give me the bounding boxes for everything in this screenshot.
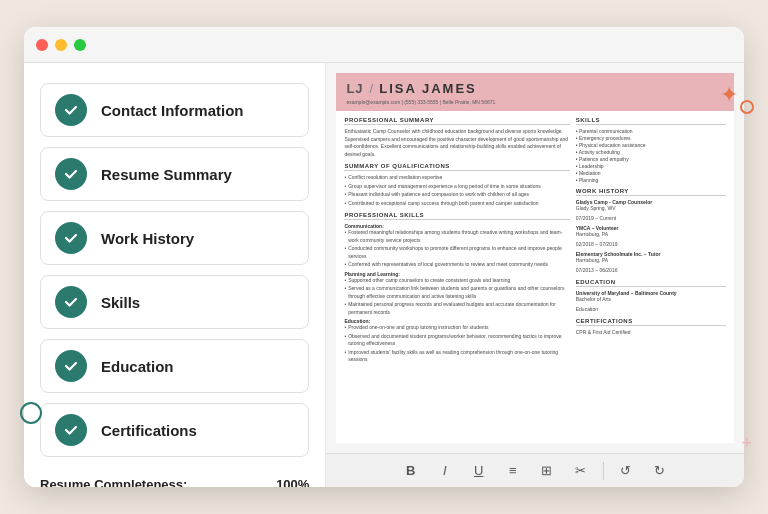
- resume-section-certifications: CERTIFICATIONS: [576, 318, 726, 326]
- resume-edu-degree: Bachelor of Arts: [576, 296, 726, 304]
- toolbar-separator: [603, 462, 604, 480]
- checklist-label-contact: Contact Information: [101, 102, 244, 119]
- deco-circle-orange: [740, 100, 754, 114]
- checklist-label-summary: Resume Summary: [101, 166, 232, 183]
- completeness-section: Resume Completeness: 100%: [40, 477, 309, 487]
- checklist-label-skills: Skills: [101, 294, 140, 311]
- resume-doc: LJ / LISA JAMES example@example.com | (5…: [336, 73, 734, 443]
- resume-contact: example@example.com | (555) 333-5555 | B…: [346, 99, 724, 105]
- resume-job-2-dates: 02/2018 – 07/2019: [576, 241, 726, 249]
- resume-qual-2: Group supervisor and management experien…: [344, 183, 569, 191]
- resume-qual-3: Pleasant individual with patience and co…: [344, 191, 569, 199]
- toolbar-redo[interactable]: ↻: [648, 459, 672, 483]
- completeness-pct: 100%: [276, 477, 309, 487]
- resume-qual-4: Contributed to exceptional camp success …: [344, 200, 569, 208]
- resume-toolbar: B I U ≡ ⊞ ✂ ↺ ↻: [326, 453, 744, 487]
- skill-8: Planning: [576, 177, 726, 183]
- skill-7: Mediation: [576, 170, 726, 176]
- resume-initials: LJ: [346, 81, 363, 96]
- resume-section-skills: SKILLS: [576, 117, 726, 125]
- checklist-label-certifications: Certifications: [101, 422, 197, 439]
- checklist-item-workhistory[interactable]: Work History: [40, 211, 309, 265]
- resume-preview: LJ / LISA JAMES example@example.com | (5…: [326, 63, 744, 453]
- deco-star: ✦: [720, 82, 738, 108]
- resume-header: LJ / LISA JAMES example@example.com | (5…: [336, 73, 734, 111]
- resume-prof-summary-text: Enthusiastic Camp Counselor with childho…: [344, 128, 569, 158]
- resume-skill-plan-3: Maintained personal progress records and…: [344, 301, 569, 316]
- checklist-item-certifications[interactable]: Certifications: [40, 403, 309, 457]
- checklist-label-education: Education: [101, 358, 174, 375]
- resume-section-workhistory: WORK HISTORY: [576, 188, 726, 196]
- resume-job-1-dates: 07/2019 – Current: [576, 215, 726, 223]
- resume-skill-comm-1: Fostered meaningful relationships among …: [344, 229, 569, 244]
- resume-skill-comm-3: Conferred with representatives of local …: [344, 261, 569, 269]
- toolbar-undo[interactable]: ↺: [614, 459, 638, 483]
- resume-qual-1: Conflict resolution and mediation expert…: [344, 174, 569, 182]
- resume-skill-comm-2: Conducted community workshops to promote…: [344, 245, 569, 260]
- resume-job-3-location: Harrisburg, PA: [576, 257, 726, 265]
- toolbar-bold[interactable]: B: [399, 459, 423, 483]
- check-icon-certifications: [55, 414, 87, 446]
- resume-section-professional-summary: PROFESSIONAL SUMMARY: [344, 117, 569, 125]
- skill-5: Patience and empathy: [576, 156, 726, 162]
- toolbar-italic[interactable]: I: [433, 459, 457, 483]
- completeness-label: Resume Completeness:: [40, 477, 187, 487]
- checklist-item-summary[interactable]: Resume Summary: [40, 147, 309, 201]
- browser-titlebar: [24, 27, 744, 63]
- checklist-item-skills[interactable]: Skills: [40, 275, 309, 329]
- toolbar-cut[interactable]: ✂: [569, 459, 593, 483]
- resume-skill-edu-2: Observed and documented student programs…: [344, 333, 569, 348]
- checklist-label-workhistory: Work History: [101, 230, 194, 247]
- deco-plus: +: [741, 433, 752, 454]
- resume-section-qualifications: SUMMARY OF QUALIFICATIONS: [344, 163, 569, 171]
- toolbar-list[interactable]: ⊞: [535, 459, 559, 483]
- checklist-item-education[interactable]: Education: [40, 339, 309, 393]
- skill-6: Leadership: [576, 163, 726, 169]
- resume-left-col: PROFESSIONAL SUMMARY Enthusiastic Camp C…: [344, 117, 569, 427]
- resume-skill-plan-1: Supported other camp counselors to creat…: [344, 277, 569, 285]
- resume-job-3-dates: 07/2013 – 06/2016: [576, 267, 726, 275]
- browser-window: Contact Information Resume Summary Work …: [24, 27, 744, 487]
- dot-red[interactable]: [36, 39, 48, 51]
- resume-job-1-location: Glady Spring, WV: [576, 205, 726, 213]
- resume-skills-list: Parental communication Emergency procedu…: [576, 128, 726, 183]
- resume-job-2-location: Harrisburg, PA: [576, 231, 726, 239]
- check-icon-summary: [55, 158, 87, 190]
- resume-edu-field: Education: [576, 306, 726, 314]
- skill-3: Physical education assistance: [576, 142, 726, 148]
- resume-body: PROFESSIONAL SUMMARY Enthusiastic Camp C…: [336, 111, 734, 433]
- check-icon-contact: [55, 94, 87, 126]
- dot-yellow[interactable]: [55, 39, 67, 51]
- resume-skill-plan-2: Served as a communication link between s…: [344, 285, 569, 300]
- deco-circle-teal: [20, 402, 42, 424]
- check-icon-workhistory: [55, 222, 87, 254]
- browser-content: Contact Information Resume Summary Work …: [24, 63, 744, 487]
- check-icon-education: [55, 350, 87, 382]
- dot-green[interactable]: [74, 39, 86, 51]
- checklist-item-contact[interactable]: Contact Information: [40, 83, 309, 137]
- resume-skill-edu-3: Improved students' facility skills as we…: [344, 349, 569, 364]
- toolbar-underline[interactable]: U: [467, 459, 491, 483]
- skill-4: Activity scheduling: [576, 149, 726, 155]
- resume-section-pro-skills: PROFESSIONAL SKILLS: [344, 212, 569, 220]
- resume-skill-edu-1: Provided one-on-one and group tutoring i…: [344, 324, 569, 332]
- toolbar-align[interactable]: ≡: [501, 459, 525, 483]
- right-panel: LJ / LISA JAMES example@example.com | (5…: [326, 63, 744, 487]
- resume-section-education: EDUCATION: [576, 279, 726, 287]
- resume-fullname: LISA JAMES: [379, 81, 477, 96]
- skill-1: Parental communication: [576, 128, 726, 134]
- skill-2: Emergency procedures: [576, 135, 726, 141]
- resume-right-col: SKILLS Parental communication Emergency …: [576, 117, 726, 427]
- resume-divider: /: [370, 81, 374, 96]
- check-icon-skills: [55, 286, 87, 318]
- left-panel: Contact Information Resume Summary Work …: [24, 63, 326, 487]
- resume-cert-1: CPR & First Aid Certified: [576, 329, 726, 337]
